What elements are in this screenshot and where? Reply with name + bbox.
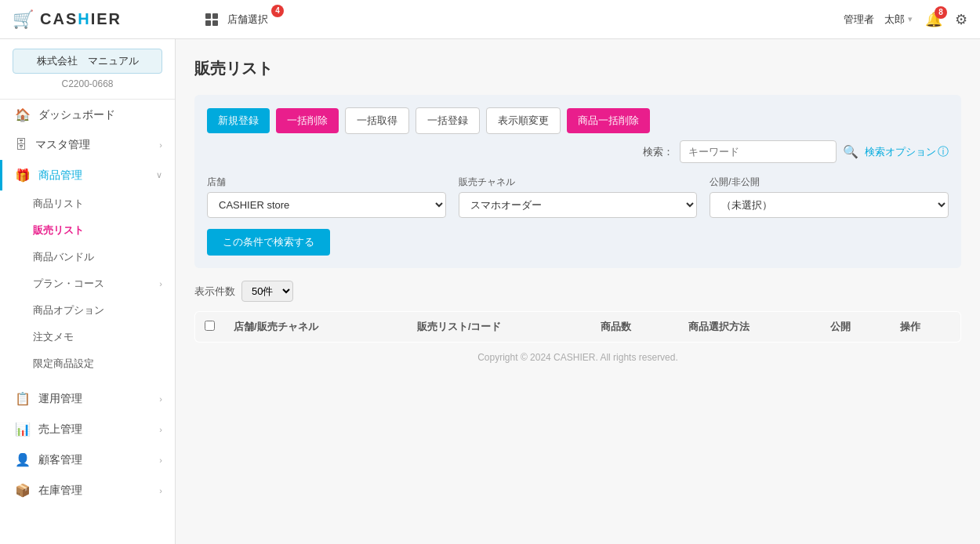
filter-section: 新規登録 一括削除 一括取得 一括登録 表示順変更 商品一括削除 検索： 🔍 検… xyxy=(194,95,961,268)
sidebar-item-inventory[interactable]: 📦 在庫管理 › xyxy=(0,475,175,506)
notification-btn[interactable]: 🔔 8 xyxy=(925,11,942,28)
filter-row: 店舗 CASHIER store 販売チャネル スマホオーダー 公開/非公開 （… xyxy=(207,176,949,218)
user-info[interactable]: 管理者 太郎 ▾ xyxy=(844,13,913,27)
col-public: 公開 xyxy=(821,312,891,343)
sidebar: 株式会社 マニュアル C2200-0668 🏠 ダッシュボード 🗄 マスタ管理 … xyxy=(0,39,176,544)
table-header: 店舗/販売チャネル 販売リスト/コード 商品数 商品選択方法 公開 操作 xyxy=(195,312,961,343)
data-table: 店舗/販売チャネル 販売リスト/コード 商品数 商品選択方法 公開 操作 xyxy=(194,311,961,343)
cart-icon: 🛒 xyxy=(13,9,34,30)
user-label: 管理者 太郎 xyxy=(844,13,905,27)
toolbar: 新規登録 一括削除 一括取得 一括登録 表示順変更 商品一括削除 検索： 🔍 検… xyxy=(207,107,949,163)
col-store-channel: 店舗/販売チャネル xyxy=(224,312,408,343)
footer: Copyright © 2024 CASHIER. All rights res… xyxy=(194,343,961,372)
sales-arrow-icon: › xyxy=(159,425,162,434)
channel-filter-label: 販売チャネル xyxy=(459,176,698,189)
visibility-filter-select[interactable]: （未選択） xyxy=(710,192,949,218)
sidebar-sub-plan[interactable]: プラン・コース › xyxy=(0,270,175,297)
product-arrow-icon: ∨ xyxy=(156,170,162,180)
grid-icon xyxy=(205,13,218,26)
sidebar-sub-sales-list[interactable]: 販売リスト xyxy=(0,217,175,244)
customers-arrow-icon: › xyxy=(159,455,162,465)
sidebar-sub-note[interactable]: 注文メモ xyxy=(0,324,175,350)
store-select-btn[interactable]: 店舗選択 4 xyxy=(201,9,273,30)
store-filter-select[interactable]: CASHIER store xyxy=(207,192,446,218)
sidebar-item-master[interactable]: 🗄 マスタ管理 › xyxy=(0,130,175,160)
search-area: 検索： 🔍 検索オプション ⓘ xyxy=(643,140,949,163)
home-icon: 🏠 xyxy=(15,107,31,122)
database-icon: 🗄 xyxy=(15,138,27,152)
sidebar-item-customers-label: 顧客管理 xyxy=(38,453,82,467)
sidebar-sub-options[interactable]: 商品オプション xyxy=(0,297,175,324)
operations-arrow-icon: › xyxy=(159,394,162,404)
footer-text: Copyright © 2024 CASHIER. All rights res… xyxy=(477,352,678,363)
box-icon: 📦 xyxy=(15,483,31,498)
notification-badge: 8 xyxy=(935,6,947,19)
company-info: 株式会社 マニュアル C2200-0668 xyxy=(0,39,175,100)
sidebar-item-dashboard-label: ダッシュボード xyxy=(38,108,115,122)
search-input[interactable] xyxy=(680,140,837,163)
search-label: 検索： xyxy=(643,145,673,159)
company-id: C2200-0668 xyxy=(13,78,162,89)
clipboard-icon: 📋 xyxy=(15,391,31,406)
main-layout: 株式会社 マニュアル C2200-0668 🏠 ダッシュボード 🗄 マスタ管理 … xyxy=(0,39,980,544)
store-filter-label: 店舗 xyxy=(207,176,446,189)
items-per-page-label: 表示件数 xyxy=(194,285,235,299)
sidebar-item-sales-label: 売上管理 xyxy=(38,423,82,437)
sidebar-item-master-label: マスタ管理 xyxy=(35,138,90,152)
store-filter-group: 店舗 CASHIER store xyxy=(207,176,446,218)
items-per-page-select[interactable]: 50件 xyxy=(241,281,293,302)
search-options-circle-icon: ⓘ xyxy=(938,145,949,159)
display-order-button[interactable]: 表示順変更 xyxy=(486,107,561,134)
sidebar-sub-limited[interactable]: 限定商品設定 xyxy=(0,350,175,377)
header-right: 管理者 太郎 ▾ 🔔 8 ⚙ xyxy=(844,11,967,28)
page-title: 販売リスト xyxy=(194,58,961,79)
sidebar-sub-plan-label: プラン・コース xyxy=(33,277,104,291)
person-icon: 👤 xyxy=(15,452,31,467)
logo-area: 🛒 CASHIER xyxy=(13,9,188,30)
plan-arrow-icon: › xyxy=(159,279,162,288)
col-product-count: 商品数 xyxy=(591,312,679,343)
product-bulk-delete-button[interactable]: 商品一括削除 xyxy=(567,108,650,133)
sidebar-item-dashboard[interactable]: 🏠 ダッシュボード xyxy=(0,100,175,130)
search-icon[interactable]: 🔍 xyxy=(843,144,858,159)
store-select-label: 店舗選択 xyxy=(227,13,268,27)
search-options-link[interactable]: 検索オプション ⓘ xyxy=(865,145,949,159)
user-dropdown-arrow: ▾ xyxy=(908,14,913,24)
apply-filter-button[interactable]: この条件で検索する xyxy=(207,229,330,256)
sidebar-sub-product-list[interactable]: 商品リスト xyxy=(0,190,175,217)
settings-icon[interactable]: ⚙ xyxy=(955,11,967,28)
col-operation: 操作 xyxy=(891,312,961,343)
sidebar-item-product-label: 商品管理 xyxy=(38,169,82,183)
bulk-get-button[interactable]: 一括取得 xyxy=(345,107,409,134)
bulk-register-button[interactable]: 一括登録 xyxy=(416,107,480,134)
sidebar-item-inventory-label: 在庫管理 xyxy=(38,484,82,498)
sidebar-item-product[interactable]: 🎁 商品管理 ∨ xyxy=(0,160,175,190)
master-arrow-icon: › xyxy=(159,140,162,150)
new-register-button[interactable]: 新規登録 xyxy=(207,108,270,133)
col-sales-list-code: 販売リスト/コード xyxy=(408,312,591,343)
select-all-col xyxy=(195,312,225,343)
sidebar-item-sales[interactable]: 📊 売上管理 › xyxy=(0,414,175,444)
table-controls: 表示件数 50件 xyxy=(194,281,961,302)
channel-filter-group: 販売チャネル スマホオーダー xyxy=(459,176,698,218)
chart-icon: 📊 xyxy=(15,422,31,437)
inventory-arrow-icon: › xyxy=(159,486,162,495)
visibility-filter-label: 公開/非公開 xyxy=(710,176,949,189)
content-area: 販売リスト 新規登録 一括削除 一括取得 一括登録 表示順変更 商品一括削除 検… xyxy=(176,39,980,544)
store-badge: 4 xyxy=(271,5,284,17)
sidebar-item-operations[interactable]: 📋 運用管理 › xyxy=(0,383,175,414)
bulk-delete-button[interactable]: 一括削除 xyxy=(276,108,339,133)
gift-icon: 🎁 xyxy=(15,168,31,183)
company-name-btn[interactable]: 株式会社 マニュアル xyxy=(13,49,162,74)
col-product-select-method: 商品選択方法 xyxy=(679,312,821,343)
channel-filter-select[interactable]: スマホオーダー xyxy=(459,192,698,218)
sidebar-item-operations-label: 運用管理 xyxy=(38,392,82,406)
top-header: 🛒 CASHIER 店舗選択 4 管理者 太郎 ▾ 🔔 8 ⚙ xyxy=(0,0,980,39)
sidebar-sub-bundle[interactable]: 商品バンドル xyxy=(0,244,175,270)
logo-text: CASHIER xyxy=(40,10,122,28)
sidebar-item-customers[interactable]: 👤 顧客管理 › xyxy=(0,444,175,475)
select-all-checkbox[interactable] xyxy=(205,321,215,331)
visibility-filter-group: 公開/非公開 （未選択） xyxy=(710,176,949,218)
header-nav: 店舗選択 4 xyxy=(201,9,831,30)
